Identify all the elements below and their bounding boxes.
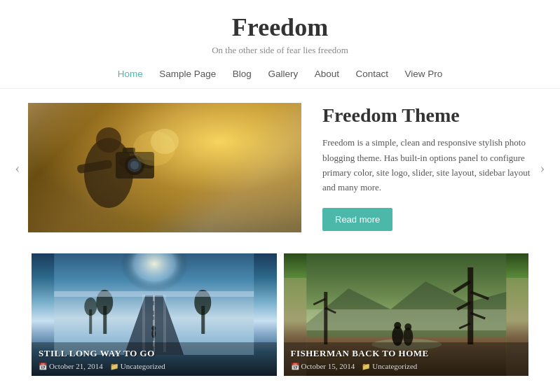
hero-description: Freedom is a simple, clean and responsiv…	[322, 135, 532, 195]
blog-card-1-category: 📁 Uncategorized	[110, 362, 165, 370]
folder-icon-2: 📁	[362, 363, 370, 370]
nav-blog[interactable]: Blog	[233, 69, 252, 79]
nav-contact[interactable]: Contact	[355, 69, 388, 79]
svg-rect-31	[467, 267, 473, 344]
svg-point-23	[151, 330, 156, 338]
calendar-icon: 📅	[39, 363, 47, 370]
hero-image	[28, 103, 301, 232]
blog-card-1-overlay: STILL LONG WAY TO GO 📅 October 21, 2014 …	[32, 342, 277, 376]
camera-figure	[49, 110, 189, 229]
road-illustration-icon	[32, 253, 277, 355]
nav-view-pro[interactable]: View Pro	[404, 69, 442, 79]
blog-card-2-meta: 📅 October 15, 2014 📁 Uncategorized	[291, 362, 522, 370]
folder-icon: 📁	[110, 363, 118, 370]
svg-point-41	[394, 322, 401, 329]
site-tagline: On the other side of fear lies freedom	[14, 45, 546, 56]
svg-point-1	[96, 127, 121, 153]
blog-card-2-title: FISHERMAN BACK TO HOME	[291, 348, 522, 359]
svg-point-24	[151, 326, 156, 330]
hero-text: Freedom Theme Freedom is a simple, clean…	[322, 104, 532, 231]
nav-about[interactable]: About	[315, 69, 339, 79]
svg-point-20	[84, 298, 97, 316]
nav-home[interactable]: Home	[118, 69, 143, 79]
blog-card-1-title: STILL LONG WAY TO GO	[39, 348, 270, 359]
svg-rect-25	[54, 291, 254, 297]
svg-point-43	[404, 323, 411, 330]
slider-prev-arrow[interactable]: ‹	[8, 159, 27, 177]
nav-sample-page[interactable]: Sample Page	[159, 69, 216, 79]
camera-illustration-icon	[56, 113, 182, 225]
blog-card-1-date: 📅 October 21, 2014	[39, 362, 103, 370]
site-header: Freedom On the other side of fear lies f…	[0, 0, 560, 56]
blog-card-2[interactable]: FISHERMAN BACK TO HOME 📅 October 15, 201…	[284, 253, 529, 376]
read-more-button[interactable]: Read more	[322, 208, 392, 231]
hero-image-wrap	[28, 103, 301, 232]
svg-point-10	[151, 129, 179, 154]
hero-section: ‹	[0, 89, 560, 246]
site-title: Freedom	[14, 13, 546, 42]
blog-card-1[interactable]: STILL LONG WAY TO GO 📅 October 21, 2014 …	[32, 253, 277, 376]
hero-title: Freedom Theme	[322, 104, 532, 127]
blog-card-2-date: 📅 October 15, 2014	[291, 362, 355, 370]
nav-gallery[interactable]: Gallery	[268, 69, 298, 79]
blog-card-1-meta: 📅 October 21, 2014 📁 Uncategorized	[39, 362, 270, 370]
svg-point-7	[130, 161, 139, 169]
slider-next-arrow[interactable]: ›	[533, 159, 552, 177]
blog-grid: STILL LONG WAY TO GO 📅 October 21, 2014 …	[0, 246, 560, 390]
calendar-icon-2: 📅	[291, 363, 299, 370]
blog-card-2-overlay: FISHERMAN BACK TO HOME 📅 October 15, 201…	[284, 342, 529, 376]
main-nav: Home Sample Page Blog Gallery About Cont…	[0, 60, 560, 89]
blog-card-2-category: 📁 Uncategorized	[362, 362, 417, 370]
